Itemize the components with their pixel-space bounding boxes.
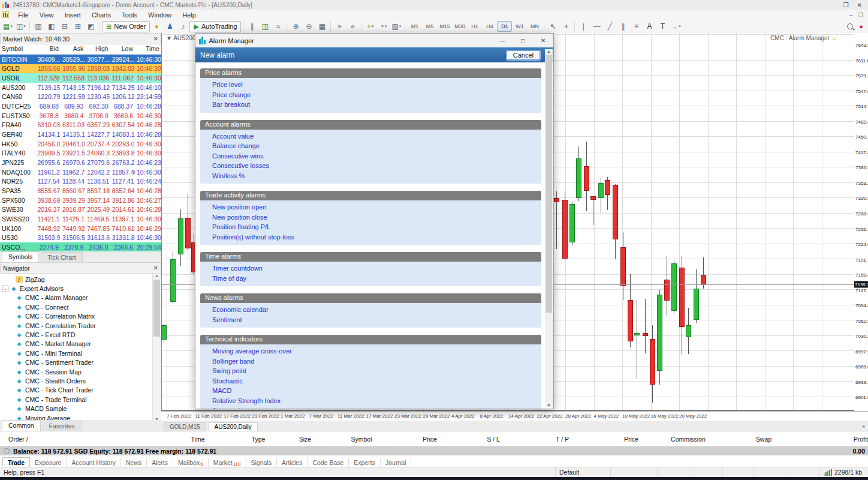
alarm-option-timer-countdown[interactable]: Timer countdown <box>200 263 541 274</box>
alarm-option-swing-point[interactable]: Swing point <box>200 366 541 376</box>
dropdown-arrow-icon[interactable]: ▾ <box>399 24 402 29</box>
alarm-option-relative-strength-index[interactable]: Relative Strength Index <box>200 396 541 406</box>
bar-chart-icon[interactable]: ∥ <box>245 20 258 32</box>
menu-view[interactable]: View <box>34 11 59 19</box>
templates-icon[interactable]: ▨▾ <box>390 20 403 32</box>
chart-tab-aus200daily[interactable]: AUS200,Daily <box>209 422 258 431</box>
dialog-maximize-button[interactable]: □ <box>513 34 533 47</box>
chart-restore-button[interactable]: ❐ <box>858 12 863 18</box>
dialog-titlebar[interactable]: Alarm Manager — □ ✕ <box>195 34 553 47</box>
scroll-down-icon[interactable]: ▼ <box>547 403 551 407</box>
symbol-row-swe30[interactable]: SWE302016.372016.872025.492014.6110:46:2… <box>0 205 161 215</box>
orders-column-swap[interactable]: Swap <box>756 436 771 443</box>
dropdown-arrow-icon[interactable]: ▾ <box>679 24 681 29</box>
timeframe-m1[interactable]: M1 <box>407 21 422 32</box>
alarm-option-consecutive-wins[interactable]: Consecutive wins <box>200 151 541 161</box>
orders-column-size[interactable]: Size <box>299 436 311 443</box>
terminal-tab-exposure[interactable]: Exposure <box>30 458 67 467</box>
navigator-item-cmc---tick-chart-trader[interactable]: ◆CMC - Tick Chart Trader <box>0 386 161 395</box>
navigator-item-cmc---mini-terminal[interactable]: ◆CMC - Mini Terminal <box>0 349 161 358</box>
alarm-option-price-level[interactable]: Price level <box>200 80 541 90</box>
navigator-item-expert-advisors[interactable]: -◆Expert Advisors <box>0 284 161 293</box>
profiles-icon[interactable]: ◫▾ <box>14 20 28 32</box>
orders-column-order[interactable]: Order / <box>8 436 28 443</box>
symbol-row-ger40[interactable]: GER4014134.1314135.1314227.7814083.1210:… <box>0 130 161 139</box>
timeframe-h1[interactable]: H1 <box>467 21 482 32</box>
orders-column-tp[interactable]: T / P <box>556 436 569 443</box>
cursor-icon[interactable]: ↖ <box>546 20 559 32</box>
search-icon[interactable] <box>847 23 853 29</box>
timeframe-m5[interactable]: M5 <box>422 21 437 32</box>
chart-shift-icon[interactable]: « <box>346 20 359 32</box>
periods-icon[interactable]: ◔▾ <box>376 20 390 32</box>
alarm-option-bar-breakout[interactable]: Bar breakout <box>200 100 541 110</box>
navigator-icon[interactable]: ⊟ <box>58 20 71 32</box>
dialog-minimize-button[interactable]: — <box>492 34 513 47</box>
orders-column-profit[interactable]: Profit <box>854 436 868 443</box>
zoom-in-icon[interactable]: ⊕ <box>289 20 302 32</box>
terminal-tab-news[interactable]: News <box>121 458 147 467</box>
new-order-button[interactable]: ⊞New Order <box>102 21 150 32</box>
channel-icon[interactable]: ∥ <box>616 20 629 32</box>
alarm-option-macd[interactable]: MACD <box>200 386 541 396</box>
alarm-option-average-true-range[interactable]: Average true range <box>200 406 541 409</box>
column-header-time[interactable]: Time <box>135 44 161 54</box>
alerts-red-icon[interactable]: ● <box>859 23 863 30</box>
date-scale[interactable]: 7 Feb 202211 Feb 202217 Feb 202223 Feb 2… <box>161 411 868 421</box>
timeframe-mn[interactable]: MN <box>527 21 542 32</box>
timeframe-h4[interactable]: H4 <box>482 21 497 32</box>
terminal-tab-code-base[interactable]: Code Base <box>308 458 349 467</box>
auto-scroll-icon[interactable]: » <box>333 20 346 32</box>
symbol-row-usoil[interactable]: USOIL112.528112.558113.035111.06210:46:3… <box>0 73 161 83</box>
timeframe-w1[interactable]: W1 <box>512 21 527 32</box>
symbol-row-fra40[interactable]: FRA406310.036311.036357.296307.5410:46:2… <box>0 121 161 130</box>
menu-help[interactable]: Help <box>177 11 201 19</box>
alarm-option-position-floating-p-l[interactable]: Position floating P/L <box>200 222 541 232</box>
window-restore-button[interactable]: ❐ <box>843 2 849 8</box>
symbol-row-gold[interactable]: GOLD1855.661855.961858.081843.0310:46:30 <box>0 64 161 74</box>
alarm-option-consecutive-losses[interactable]: Consecutive losses <box>200 161 541 171</box>
symbol-row-eustx50[interactable]: EUSTX503678.83680.43706.93669.610:46:30 <box>0 111 161 121</box>
column-header-high[interactable]: High <box>85 44 110 54</box>
scroll-thumb[interactable] <box>545 55 552 313</box>
symbol-row-ndaq100[interactable]: NDAQ10011961.2311962.7312042.2911857.401… <box>0 167 161 177</box>
price-scale[interactable]: 7643.97611.67579.37547.07514.77482.47450… <box>854 33 868 410</box>
symbol-row-nor25[interactable]: NOR251127.541128.441138.511127.4110:46:2… <box>0 177 161 187</box>
tab-tick-chart[interactable]: Tick Chart <box>41 252 82 262</box>
column-header-symbol[interactable]: Symbol <box>0 44 36 54</box>
alarm-option-sentiment[interactable]: Sentiment <box>200 315 541 325</box>
symbol-row-dutch25[interactable]: DUTCH25689.68689.93692.30688.3710:46:28 <box>0 101 161 111</box>
navigator-item-zigzag[interactable]: ƒZigZag <box>0 275 161 284</box>
terminal-tab-account-history[interactable]: Account History <box>67 458 121 467</box>
tab-favorites[interactable]: Favorites <box>43 421 82 431</box>
navigator-item-cmc---stealth-orders[interactable]: ◆CMC - Stealth Orders <box>0 376 161 385</box>
symbol-row-spa35[interactable]: SPA358555.678560.678597.188552.6410:46:2… <box>0 186 161 196</box>
dropdown-arrow-icon[interactable]: ▾ <box>23 24 26 29</box>
chart-tab-goldm15[interactable]: GOLD,M15 <box>164 422 206 431</box>
symbol-row-jpn225[interactable]: JPN22526955.6826970.6827079.6726763.2510… <box>0 158 161 167</box>
orders-column-type[interactable]: Type <box>252 436 266 443</box>
symbol-row-bitcoin[interactable]: BITCOIN30409....30529....30577....29924.… <box>0 55 161 64</box>
horizontal-line-icon[interactable]: — <box>590 20 603 32</box>
column-header-bid[interactable]: Bid <box>36 44 61 54</box>
menu-charts[interactable]: Charts <box>86 11 116 19</box>
alarm-option-moving-average-cross-over[interactable]: Moving average cross-over <box>200 346 541 356</box>
dialog-close-button[interactable]: ✕ <box>533 34 553 47</box>
terminal-tab-signals[interactable]: Signals <box>246 458 277 467</box>
label-icon[interactable]: T <box>656 20 669 32</box>
tab-common[interactable]: Common <box>2 420 41 431</box>
menu-insert[interactable]: Insert <box>59 11 86 19</box>
text-icon[interactable]: A <box>643 20 656 32</box>
data-window-icon[interactable]: ◧ <box>45 20 58 32</box>
alarm-option-balance-change[interactable]: Balance change <box>200 141 541 151</box>
market-watch-icon[interactable]: ▥ <box>32 20 45 32</box>
symbol-row-usco[interactable]: USCO...2374.92378.92436.02366.620:29:54 <box>0 242 161 252</box>
orders-column-time[interactable]: Time <box>191 436 205 443</box>
timeframe-d1[interactable]: D1 <box>497 21 512 32</box>
symbol-row-swiss20[interactable]: SWISS2011421.111425.111469.511397.110:46… <box>0 214 161 224</box>
symbol-row-us30[interactable]: US3031503.9431506.5431613.6031331.8310:4… <box>0 233 161 242</box>
symbol-row-can60[interactable]: CAN601220.791221.591230.451206.1223:14:5… <box>0 92 161 102</box>
symbol-row-spx500[interactable]: SPX5003938.693939.293957.143912.8610:46:… <box>0 196 161 205</box>
navigator-item-cmc---alarm-manager[interactable]: ◆CMC - Alarm Manager <box>0 293 161 302</box>
cancel-button[interactable]: Cancel <box>507 50 540 60</box>
